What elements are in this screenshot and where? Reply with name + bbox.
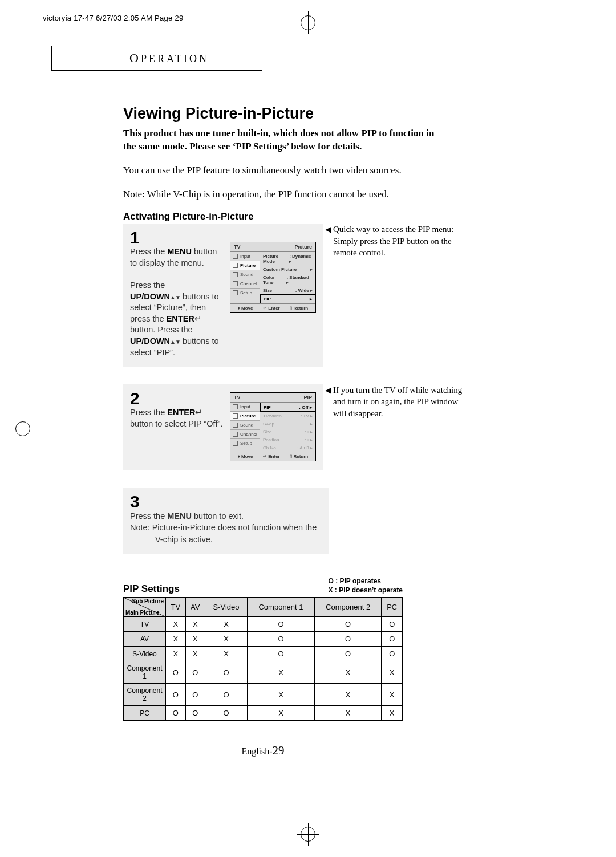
table-row: S-Video XXXOOO xyxy=(124,647,403,661)
step-1-box: 1 Press the MENU button to display the m… xyxy=(123,224,323,367)
page-title: Viewing Picture-in-Picture xyxy=(123,105,545,123)
crop-mark-left xyxy=(11,417,34,440)
crop-mark-top xyxy=(297,11,319,34)
sound-icon xyxy=(233,272,238,277)
step-3-num: 3 xyxy=(130,493,322,510)
pip-settings-heading: PIP Settings xyxy=(123,583,180,595)
pip-legend: O : PIP operates X : PIP doesn’t operate xyxy=(329,577,403,595)
table-corner-cell: Sub Picture Main Picture xyxy=(124,598,166,617)
intro-para-1: You can use the PIP feature to simultane… xyxy=(123,164,443,177)
pip-settings-header: PIP Settings O : PIP operates X : PIP do… xyxy=(123,577,403,595)
intro-bold: This product has one tuner built-in, whi… xyxy=(123,127,443,153)
step-2-box: 2 Press the ENTER↵ button to select PIP … xyxy=(123,384,323,470)
move-hint: ♦ Move xyxy=(238,454,253,459)
table-row: PC OOOXXX xyxy=(124,706,403,721)
updown-icon: ▲▼ xyxy=(170,339,180,345)
osd-pip-menu: TVPIP Input Picture Sound Channel Setup … xyxy=(230,392,316,461)
table-row: Component 1 OOOXXX xyxy=(124,661,403,684)
col-comp2: Component 2 xyxy=(314,598,382,617)
setup-icon xyxy=(233,290,238,295)
enter-hint: ↵ Enter xyxy=(263,454,280,459)
arrow-right-icon: ▸ xyxy=(310,267,313,272)
step-1-row: 1 Press the MENU button to display the m… xyxy=(123,224,545,367)
return-hint: ▯ Return xyxy=(290,306,308,311)
col-pc: PC xyxy=(382,598,403,617)
step-2-num: 2 xyxy=(130,390,224,407)
move-hint: ♦ Move xyxy=(238,306,253,311)
picture-icon xyxy=(233,413,238,419)
section-label: OPERATION xyxy=(61,53,209,64)
enter-icon: ↵ xyxy=(195,408,202,417)
enter-icon: ↵ xyxy=(194,314,202,323)
return-hint: ▯ Return xyxy=(290,454,308,459)
print-slug: victoryia 17-47 6/27/03 2:05 AM Page 29 xyxy=(43,14,184,22)
table-row: TV XXXOOO xyxy=(124,617,403,632)
note-arrow-icon: ◀ xyxy=(325,385,331,396)
table-header-row: Sub Picture Main Picture TV AV S-Video C… xyxy=(124,598,403,617)
arrow-right-icon: ▸ xyxy=(286,280,289,285)
table-row: Component 2 OOOXXX xyxy=(124,684,403,706)
osd-sidebar: Input Picture Sound Channel Setup xyxy=(230,252,260,303)
page-content: OPERATION Viewing Picture-in-Picture Thi… xyxy=(51,46,565,758)
page-footer: English-29 xyxy=(123,744,403,758)
setup-icon xyxy=(233,441,238,446)
picture-icon xyxy=(233,263,238,268)
arrow-right-icon: ▸ xyxy=(310,288,313,293)
updown-icon: ▲▼ xyxy=(170,294,180,300)
osd-picture-menu: TVPicture Input Picture Sound Channel Se… xyxy=(230,242,316,313)
osd-sidebar: Input Picture Sound Channel Setup xyxy=(230,403,260,452)
table-row: AV XXXOOO xyxy=(124,632,403,647)
crop-mark-bottom xyxy=(297,823,319,846)
step-2-row: 2 Press the ENTER↵ button to select PIP … xyxy=(123,384,545,470)
channel-icon xyxy=(233,281,238,286)
step-1-text: Press the MENU button to display the men… xyxy=(130,246,224,358)
col-tv: TV xyxy=(166,598,186,617)
col-av: AV xyxy=(185,598,205,617)
arrow-right-icon: ▸ xyxy=(289,259,291,264)
step-1-num: 1 xyxy=(130,229,224,246)
step-3-row: 3 Press the MENU button to exit. Note: P… xyxy=(123,488,545,554)
side-note-1: ◀ Quick way to access the PIP menu: Simp… xyxy=(333,224,470,258)
section-tab: OPERATION xyxy=(51,46,262,71)
input-icon xyxy=(233,404,238,409)
activating-heading: Activating Picture-in-Picture xyxy=(123,211,545,222)
note-arrow-icon: ◀ xyxy=(325,225,331,235)
channel-icon xyxy=(233,432,238,437)
input-icon xyxy=(233,254,238,259)
step-3-box: 3 Press the MENU button to exit. Note: P… xyxy=(123,488,329,554)
arrow-right-icon: ▸ xyxy=(310,405,312,410)
step-3-text: Press the MENU button to exit. Note: Pic… xyxy=(130,510,322,545)
sound-icon xyxy=(233,423,238,428)
pip-settings-table: Sub Picture Main Picture TV AV S-Video C… xyxy=(123,597,403,721)
arrow-right-icon: ▸ xyxy=(310,297,312,302)
enter-hint: ↵ Enter xyxy=(263,306,280,311)
col-svideo: S-Video xyxy=(205,598,247,617)
intro-note: Note: While V-Chip is in operation, the … xyxy=(123,188,443,201)
side-note-2: ◀ If you turn the TV off while watching … xyxy=(333,384,470,419)
step-2-text: Press the ENTER↵ button to select PIP “O… xyxy=(130,407,224,429)
col-comp1: Component 1 xyxy=(248,598,315,617)
